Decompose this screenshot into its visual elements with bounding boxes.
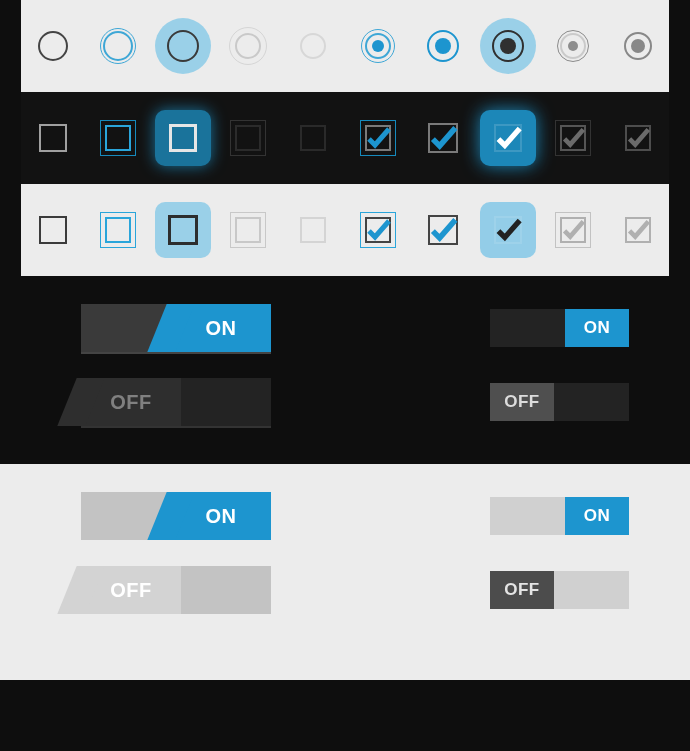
checkbox-unchecked-pressed[interactable] <box>155 110 211 166</box>
checkbox-checked-pressed[interactable] <box>480 202 536 258</box>
toggle-label: OFF <box>504 392 540 412</box>
toggle-off-large[interactable]: OFF <box>81 378 271 426</box>
checkbox-unchecked-focused[interactable] <box>100 120 136 156</box>
check-icon <box>491 213 525 247</box>
checkbox-unchecked-focused[interactable] <box>100 212 136 248</box>
check-icon <box>362 122 394 154</box>
checkbox-panel-light <box>21 184 669 276</box>
checkbox-unchecked-disabled-focused <box>230 120 266 156</box>
check-icon <box>425 120 461 156</box>
radio-checked-focused[interactable] <box>361 29 395 63</box>
radio-checked[interactable] <box>422 25 464 67</box>
toggle-panel-dark: ON ON OFF OFF <box>0 276 690 464</box>
radio-checked-pressed[interactable] <box>480 18 536 74</box>
checkbox-checked-disabled <box>625 125 651 151</box>
toggle-on-small[interactable]: ON <box>490 309 629 347</box>
checkbox-unchecked-disabled-focused <box>230 212 266 248</box>
checkbox-panel-dark <box>21 92 669 184</box>
checkbox-unchecked-pressed[interactable] <box>155 202 211 258</box>
radio-panel-light <box>21 0 669 92</box>
checkbox-checked[interactable] <box>428 123 458 153</box>
check-icon <box>623 123 653 153</box>
radio-checked-disabled <box>624 32 652 60</box>
radio-checked-disabled-focused <box>557 30 589 62</box>
checkbox-checked[interactable] <box>428 215 458 245</box>
toggle-panel-light: ON ON OFF OFF <box>0 464 690 680</box>
toggle-on-large[interactable]: ON <box>81 492 271 540</box>
checkbox-checked-focused[interactable] <box>360 120 396 156</box>
checkbox-checked-pressed[interactable] <box>480 110 536 166</box>
toggle-label: OFF <box>110 391 152 414</box>
toggle-label: OFF <box>110 579 152 602</box>
radio-unchecked-focused[interactable] <box>100 28 136 64</box>
toggle-label: ON <box>206 505 237 528</box>
checkbox-checked-disabled-focused <box>555 212 591 248</box>
check-icon <box>558 123 588 153</box>
toggle-off-small[interactable]: OFF <box>490 571 629 609</box>
check-icon <box>425 212 461 248</box>
checkbox-checked-disabled <box>625 217 651 243</box>
toggle-on-small[interactable]: ON <box>490 497 629 535</box>
toggle-label: ON <box>206 317 237 340</box>
check-icon <box>362 214 394 246</box>
radio-unchecked-disabled-focused <box>229 27 267 65</box>
toggle-label: ON <box>584 506 611 526</box>
radio-unchecked[interactable] <box>38 31 68 61</box>
toggle-label: OFF <box>504 580 540 600</box>
toggle-label: ON <box>584 318 611 338</box>
toggle-on-large[interactable]: ON <box>81 304 271 352</box>
check-icon <box>558 215 588 245</box>
checkbox-checked-focused[interactable] <box>360 212 396 248</box>
checkbox-checked-disabled-focused <box>555 120 591 156</box>
checkbox-unchecked-disabled <box>300 125 326 151</box>
checkbox-unchecked[interactable] <box>39 216 67 244</box>
toggle-off-large[interactable]: OFF <box>81 566 271 614</box>
radio-unchecked-disabled <box>300 33 326 59</box>
check-icon <box>623 215 653 245</box>
checkbox-unchecked[interactable] <box>39 124 67 152</box>
radio-unchecked-pressed[interactable] <box>155 18 211 74</box>
toggle-off-small[interactable]: OFF <box>490 383 629 421</box>
check-icon <box>491 121 525 155</box>
checkbox-unchecked-disabled <box>300 217 326 243</box>
